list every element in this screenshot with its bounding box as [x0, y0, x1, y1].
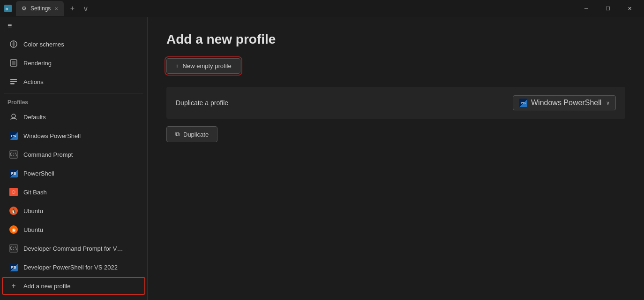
actions-icon	[9, 77, 18, 86]
title-bar: ⚙ ⚙ Settings ✕ + ∨ ─ ☐ ✕	[0, 0, 644, 17]
settings-tab[interactable]: ⚙ Settings ✕	[16, 1, 64, 16]
ubuntu2-icon: ◉	[9, 225, 18, 234]
sidebar-item-ubuntu2[interactable]: ◉ Ubuntu	[2, 221, 145, 238]
duplicate-button-label: Duplicate	[183, 131, 209, 138]
windows-powershell-icon: PS	[9, 131, 18, 140]
main-area: ≡ Color schemes Rendering Actions Profil…	[0, 17, 644, 300]
plus-icon: +	[175, 62, 179, 69]
sidebar-item-powershell[interactable]: PS PowerShell	[2, 164, 145, 182]
sidebar-item-ubuntu2-label: Ubuntu	[23, 226, 43, 233]
selected-profile-icon: PS	[519, 99, 527, 107]
duplicate-copy-icon: ⧉	[175, 131, 180, 138]
duplicate-section: Duplicate a profile PS Windows PowerShel…	[166, 87, 625, 119]
svg-rect-7	[10, 83, 15, 85]
tab-dropdown-button[interactable]: ∨	[81, 3, 91, 14]
sidebar-item-dev-cmd[interactable]: C:\ Developer Command Prompt for VS 202	[2, 239, 145, 257]
ubuntu-icon: 🐧	[9, 207, 18, 215]
app-icon: ⚙	[4, 4, 12, 13]
profiles-section-label: Profiles	[0, 95, 147, 108]
sidebar-item-windows-powershell-label: Windows PowerShell	[23, 132, 81, 139]
sidebar-item-defaults-label: Defaults	[23, 114, 46, 121]
sidebar-item-windows-powershell[interactable]: PS Windows PowerShell	[2, 127, 145, 145]
sidebar-item-add-profile-label: Add a new profile	[23, 283, 70, 290]
profile-select-dropdown[interactable]: PS Windows PowerShell ∨	[513, 95, 616, 110]
dropdown-arrow-icon: ∨	[606, 100, 610, 106]
page-title: Add a new profile	[166, 32, 625, 47]
sidebar-item-actions-label: Actions	[23, 78, 44, 85]
sidebar-item-color-schemes[interactable]: Color schemes	[2, 35, 145, 53]
sidebar-item-defaults[interactable]: Defaults	[2, 108, 145, 126]
svg-rect-6	[10, 81, 17, 83]
tab-area: ⚙ Settings ✕ + ∨	[16, 1, 91, 16]
sidebar-item-git-bash-label: Git Bash	[23, 189, 47, 196]
sidebar-item-ubuntu[interactable]: 🐧 Ubuntu	[2, 202, 145, 220]
sidebar: ≡ Color schemes Rendering Actions Profil…	[0, 17, 148, 300]
svg-rect-4	[12, 61, 15, 65]
sidebar-item-rendering[interactable]: Rendering	[2, 54, 145, 72]
sidebar-toggle[interactable]: ≡	[0, 17, 147, 35]
svg-point-8	[12, 114, 15, 118]
sidebar-divider-1	[4, 93, 143, 93]
sidebar-item-powershell-label: PowerShell	[23, 170, 54, 177]
new-tab-button[interactable]: +	[66, 2, 79, 15]
close-button[interactable]: ✕	[619, 1, 640, 16]
sidebar-item-git-bash[interactable]: ⬡ Git Bash	[2, 183, 145, 201]
rendering-icon	[9, 59, 18, 67]
sidebar-item-rendering-label: Rendering	[23, 60, 52, 67]
new-empty-profile-button[interactable]: + New empty profile	[166, 58, 240, 74]
profile-select-inner: PS Windows PowerShell	[519, 99, 601, 107]
minimize-button[interactable]: ─	[576, 1, 597, 16]
duplicate-label: Duplicate a profile	[176, 99, 228, 107]
window-controls: ─ ☐ ✕	[576, 1, 640, 16]
add-profile-icon: +	[9, 282, 18, 290]
sidebar-item-add-profile[interactable]: + Add a new profile	[2, 277, 145, 295]
git-bash-icon: ⬡	[9, 188, 18, 196]
content-area: Add a new profile + New empty profile Du…	[148, 17, 644, 300]
hamburger-icon: ≡	[7, 22, 12, 30]
selected-profile-label: Windows PowerShell	[531, 99, 601, 107]
command-prompt-icon: C:\	[9, 150, 18, 159]
sidebar-item-command-prompt[interactable]: C:\ Command Prompt	[2, 146, 145, 163]
duplicate-button[interactable]: ⧉ Duplicate	[166, 126, 217, 142]
sidebar-item-command-prompt-label: Command Prompt	[23, 151, 73, 158]
sidebar-item-dev-ps-label: Developer PowerShell for VS 2022	[23, 264, 118, 271]
settings-tab-icon: ⚙	[22, 5, 27, 12]
sidebar-item-ubuntu-label: Ubuntu	[23, 208, 43, 215]
sidebar-item-dev-cmd-label: Developer Command Prompt for VS 202	[23, 245, 127, 252]
maximize-button[interactable]: ☐	[597, 1, 619, 16]
dev-ps-icon: PS	[9, 263, 18, 271]
sidebar-item-dev-ps[interactable]: PS Developer PowerShell for VS 2022	[2, 258, 145, 276]
defaults-icon	[9, 113, 18, 121]
settings-tab-close[interactable]: ✕	[54, 6, 58, 11]
sidebar-item-actions[interactable]: Actions	[2, 73, 145, 91]
settings-tab-label: Settings	[30, 5, 51, 12]
svg-text:⚙: ⚙	[5, 7, 8, 11]
powershell-icon: PS	[9, 169, 18, 177]
color-scheme-icon	[9, 40, 18, 48]
sidebar-item-color-schemes-label: Color schemes	[23, 41, 64, 48]
new-empty-profile-label: New empty profile	[183, 62, 232, 69]
dev-cmd-icon: C:\	[9, 244, 18, 253]
svg-rect-5	[10, 79, 17, 80]
